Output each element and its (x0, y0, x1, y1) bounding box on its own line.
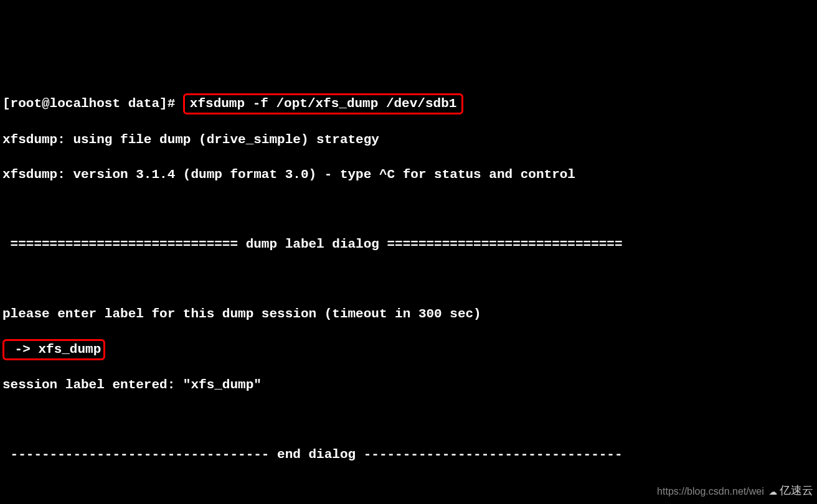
output-line (2, 271, 815, 288)
watermark-url: https://blog.csdn.net/wei (657, 485, 764, 498)
output-line: --------------------------------- end di… (2, 446, 815, 464)
cloud-icon: ☁ (769, 482, 777, 500)
output-line: xfsdump: version 3.1.4 (dump format 3.0)… (2, 166, 815, 184)
terminal-output: [root@localhost data]# xfsdump -f /opt/x… (2, 76, 815, 504)
output-line: ============================= dump label… (2, 236, 815, 253)
output-line: xfsdump: using file dump (drive_simple) … (2, 131, 815, 149)
output-line: please enter label for this dump session… (2, 306, 815, 323)
dump-label-input[interactable]: xfs_dump (38, 342, 101, 357)
input-highlight-1: -> xfs_dump (2, 339, 105, 360)
watermark: https://blog.csdn.net/wei ☁ 亿速云 (657, 482, 813, 500)
output-line: session label entered: "xfs_dump" (2, 376, 815, 394)
shell-prompt: [root@localhost data]# (2, 95, 183, 113)
output-line (2, 411, 815, 429)
watermark-logo: ☁ 亿速云 (769, 482, 813, 500)
output-line (2, 201, 815, 218)
watermark-brand: 亿速云 (780, 483, 813, 498)
command-highlight: xfsdump -f /opt/xfs_dump /dev/sdb1 (183, 93, 463, 114)
